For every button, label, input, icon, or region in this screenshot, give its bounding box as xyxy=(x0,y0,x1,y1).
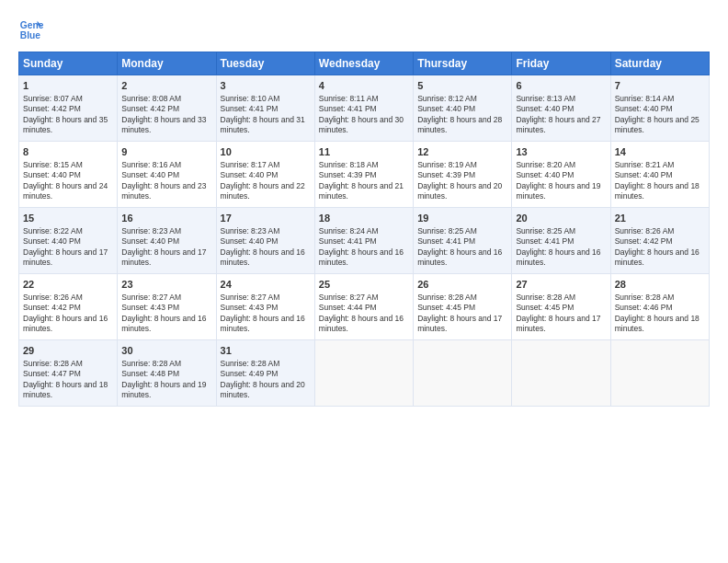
svg-text:Blue: Blue xyxy=(20,30,41,40)
sunrise: Sunrise: 8:24 AM xyxy=(319,226,379,236)
daylight: Daylight: 8 hours and 17 minutes. xyxy=(417,314,502,333)
sunset: Sunset: 4:39 PM xyxy=(319,170,377,179)
day-number: 14 xyxy=(615,145,705,159)
sunset: Sunset: 4:40 PM xyxy=(516,170,574,179)
calendar-cell: 30Sunrise: 8:28 AMSunset: 4:48 PMDayligh… xyxy=(118,340,216,407)
day-header-monday: Monday xyxy=(118,52,216,75)
daylight: Daylight: 8 hours and 16 minutes. xyxy=(615,247,700,267)
calendar-cell: 8Sunrise: 8:15 AMSunset: 4:40 PMDaylight… xyxy=(19,142,118,208)
calendar-cell: 2Sunrise: 8:08 AMSunset: 4:42 PMDaylight… xyxy=(118,75,216,142)
daylight: Daylight: 8 hours and 21 minutes. xyxy=(319,181,404,201)
sunrise: Sunrise: 8:25 AM xyxy=(417,226,477,236)
calendar-cell: 17Sunrise: 8:23 AMSunset: 4:40 PMDayligh… xyxy=(216,208,314,274)
sunrise: Sunrise: 8:25 AM xyxy=(516,226,575,236)
day-header-saturday: Saturday xyxy=(610,52,709,75)
sunset: Sunset: 4:41 PM xyxy=(319,236,377,246)
sunrise: Sunrise: 8:10 AM xyxy=(221,94,280,103)
week-row-4: 22Sunrise: 8:26 AMSunset: 4:42 PMDayligh… xyxy=(19,274,710,340)
calendar-cell: 29Sunrise: 8:28 AMSunset: 4:47 PMDayligh… xyxy=(19,340,118,407)
calendar-cell: 11Sunrise: 8:18 AMSunset: 4:39 PMDayligh… xyxy=(314,142,413,208)
daylight: Daylight: 8 hours and 33 minutes. xyxy=(121,115,206,134)
calendar-cell: 18Sunrise: 8:24 AMSunset: 4:41 PMDayligh… xyxy=(314,208,413,274)
calendar-cell: 16Sunrise: 8:23 AMSunset: 4:40 PMDayligh… xyxy=(118,208,216,274)
week-row-2: 8Sunrise: 8:15 AMSunset: 4:40 PMDaylight… xyxy=(19,142,710,208)
day-number: 23 xyxy=(121,278,211,292)
daylight: Daylight: 8 hours and 23 minutes. xyxy=(121,181,206,201)
sunset: Sunset: 4:40 PM xyxy=(23,236,81,246)
sunset: Sunset: 4:43 PM xyxy=(221,303,279,312)
day-number: 29 xyxy=(23,344,113,358)
week-row-5: 29Sunrise: 8:28 AMSunset: 4:47 PMDayligh… xyxy=(19,340,710,407)
sunrise: Sunrise: 8:27 AM xyxy=(121,293,181,302)
day-number: 12 xyxy=(417,145,507,159)
day-number: 21 xyxy=(615,212,705,225)
sunrise: Sunrise: 8:26 AM xyxy=(615,226,675,236)
sunrise: Sunrise: 8:27 AM xyxy=(221,293,280,302)
logo-icon: General Blue xyxy=(18,17,44,42)
daylight: Daylight: 8 hours and 22 minutes. xyxy=(221,181,305,201)
daylight: Daylight: 8 hours and 18 minutes. xyxy=(615,314,700,333)
sunrise: Sunrise: 8:17 AM xyxy=(221,160,280,169)
day-number: 2 xyxy=(121,79,211,93)
daylight: Daylight: 8 hours and 27 minutes. xyxy=(516,115,600,134)
sunrise: Sunrise: 8:28 AM xyxy=(615,293,675,302)
sunrise: Sunrise: 8:14 AM xyxy=(615,94,675,103)
sunset: Sunset: 4:41 PM xyxy=(319,104,377,113)
calendar-cell: 22Sunrise: 8:26 AMSunset: 4:42 PMDayligh… xyxy=(19,274,118,340)
sunrise: Sunrise: 8:07 AM xyxy=(23,94,83,103)
sunrise: Sunrise: 8:13 AM xyxy=(516,94,575,103)
page: General Blue SundayMondayTuesdayWednesda… xyxy=(0,0,728,563)
daylight: Daylight: 8 hours and 18 minutes. xyxy=(615,181,700,201)
day-number: 22 xyxy=(23,278,113,292)
sunrise: Sunrise: 8:18 AM xyxy=(319,160,379,169)
sunset: Sunset: 4:41 PM xyxy=(516,236,574,246)
sunset: Sunset: 4:40 PM xyxy=(121,236,179,246)
day-number: 10 xyxy=(221,145,311,159)
sunrise: Sunrise: 8:28 AM xyxy=(516,293,575,302)
calendar-cell: 12Sunrise: 8:19 AMSunset: 4:39 PMDayligh… xyxy=(414,142,512,208)
sunset: Sunset: 4:39 PM xyxy=(417,170,475,179)
daylight: Daylight: 8 hours and 20 minutes. xyxy=(417,181,502,201)
day-number: 15 xyxy=(23,212,113,225)
sunset: Sunset: 4:40 PM xyxy=(615,170,673,179)
week-row-3: 15Sunrise: 8:22 AMSunset: 4:40 PMDayligh… xyxy=(19,208,710,274)
daylight: Daylight: 8 hours and 16 minutes. xyxy=(23,314,108,333)
daylight: Daylight: 8 hours and 16 minutes. xyxy=(516,247,600,267)
daylight: Daylight: 8 hours and 18 minutes. xyxy=(23,380,108,399)
sunrise: Sunrise: 8:16 AM xyxy=(121,160,181,169)
day-number: 5 xyxy=(417,79,507,93)
sunset: Sunset: 4:42 PM xyxy=(23,303,81,312)
calendar-cell: 4Sunrise: 8:11 AMSunset: 4:41 PMDaylight… xyxy=(314,75,413,142)
sunset: Sunset: 4:45 PM xyxy=(417,303,475,312)
daylight: Daylight: 8 hours and 16 minutes. xyxy=(221,247,305,267)
calendar-table: SundayMondayTuesdayWednesdayThursdayFrid… xyxy=(18,52,710,407)
calendar-cell: 25Sunrise: 8:27 AMSunset: 4:44 PMDayligh… xyxy=(314,274,413,340)
sunrise: Sunrise: 8:19 AM xyxy=(417,160,477,169)
calendar-cell xyxy=(610,340,709,407)
day-number: 25 xyxy=(319,278,409,292)
sunset: Sunset: 4:41 PM xyxy=(221,104,279,113)
week-row-1: 1Sunrise: 8:07 AMSunset: 4:42 PMDaylight… xyxy=(19,75,710,142)
sunset: Sunset: 4:43 PM xyxy=(121,303,179,312)
day-number: 7 xyxy=(615,79,705,93)
sunset: Sunset: 4:40 PM xyxy=(221,170,279,179)
calendar-cell xyxy=(414,340,512,407)
sunset: Sunset: 4:47 PM xyxy=(23,369,81,378)
sunset: Sunset: 4:40 PM xyxy=(417,104,475,113)
day-number: 20 xyxy=(516,212,606,225)
calendar-cell: 14Sunrise: 8:21 AMSunset: 4:40 PMDayligh… xyxy=(610,142,709,208)
header-row: SundayMondayTuesdayWednesdayThursdayFrid… xyxy=(19,52,710,75)
calendar-cell xyxy=(314,340,413,407)
calendar-cell: 24Sunrise: 8:27 AMSunset: 4:43 PMDayligh… xyxy=(216,274,314,340)
daylight: Daylight: 8 hours and 28 minutes. xyxy=(417,115,502,134)
daylight: Daylight: 8 hours and 31 minutes. xyxy=(221,115,305,134)
daylight: Daylight: 8 hours and 25 minutes. xyxy=(615,115,700,134)
day-header-wednesday: Wednesday xyxy=(314,52,413,75)
sunrise: Sunrise: 8:08 AM xyxy=(121,94,181,103)
daylight: Daylight: 8 hours and 19 minutes. xyxy=(121,380,206,399)
calendar-cell: 23Sunrise: 8:27 AMSunset: 4:43 PMDayligh… xyxy=(118,274,216,340)
sunrise: Sunrise: 8:12 AM xyxy=(417,94,477,103)
sunrise: Sunrise: 8:22 AM xyxy=(23,226,83,236)
sunrise: Sunrise: 8:28 AM xyxy=(23,359,83,368)
sunrise: Sunrise: 8:28 AM xyxy=(121,359,181,368)
